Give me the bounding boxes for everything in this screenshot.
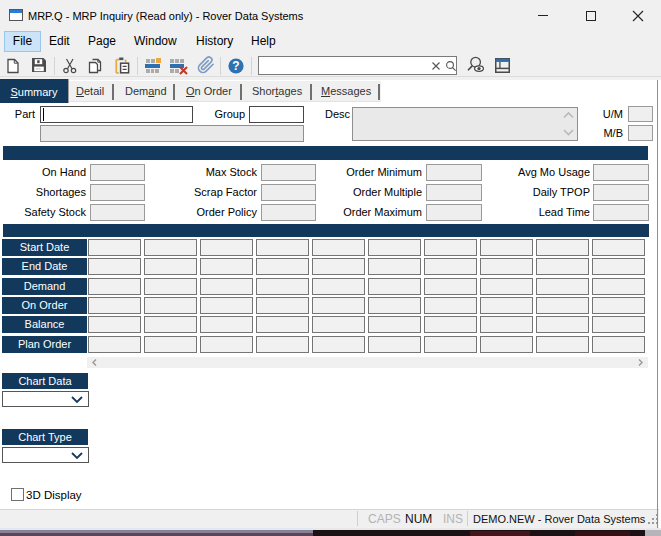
svg-text:?: ? — [232, 59, 239, 73]
